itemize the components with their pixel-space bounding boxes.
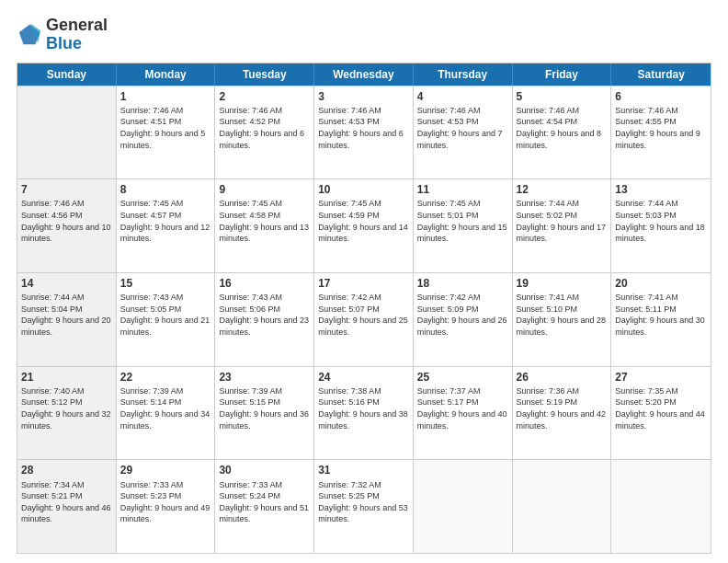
day-info: Sunrise: 7:45 AMSunset: 4:58 PMDaylight:… [219, 198, 310, 244]
day-number: 16 [219, 276, 310, 291]
calendar-row-3: 21Sunrise: 7:40 AMSunset: 5:12 PMDayligh… [17, 366, 711, 460]
day-number: 27 [615, 370, 707, 385]
day-info: Sunrise: 7:46 AMSunset: 4:53 PMDaylight:… [417, 105, 508, 151]
calendar-day-1: 1Sunrise: 7:46 AMSunset: 4:51 PMDaylight… [117, 86, 216, 179]
day-number: 25 [417, 370, 508, 385]
calendar-empty-cell [414, 460, 513, 553]
calendar-day-23: 23Sunrise: 7:39 AMSunset: 5:15 PMDayligh… [215, 367, 314, 460]
calendar-day-4: 4Sunrise: 7:46 AMSunset: 4:53 PMDaylight… [414, 86, 513, 179]
day-info: Sunrise: 7:44 AMSunset: 5:02 PMDaylight:… [517, 198, 608, 244]
day-info: Sunrise: 7:43 AMSunset: 5:05 PMDaylight:… [120, 292, 211, 338]
day-number: 29 [120, 463, 211, 477]
calendar-day-28: 28Sunrise: 7:34 AMSunset: 5:21 PMDayligh… [17, 460, 117, 553]
calendar-day-29: 29Sunrise: 7:33 AMSunset: 5:23 PMDayligh… [117, 460, 216, 553]
calendar-day-18: 18Sunrise: 7:42 AMSunset: 5:09 PMDayligh… [414, 273, 513, 366]
day-number: 1 [120, 89, 211, 104]
calendar-day-26: 26Sunrise: 7:36 AMSunset: 5:19 PMDayligh… [513, 367, 612, 460]
day-info: Sunrise: 7:46 AMSunset: 4:55 PMDaylight:… [615, 105, 707, 151]
day-number: 23 [219, 370, 310, 385]
calendar-day-10: 10Sunrise: 7:45 AMSunset: 4:59 PMDayligh… [314, 179, 414, 272]
calendar-empty-cell [17, 86, 117, 179]
day-info: Sunrise: 7:33 AMSunset: 5:23 PMDaylight:… [120, 479, 211, 525]
calendar-day-22: 22Sunrise: 7:39 AMSunset: 5:14 PMDayligh… [117, 367, 216, 460]
weekday-header-tuesday: Tuesday [215, 63, 314, 86]
day-number: 2 [219, 89, 310, 104]
day-info: Sunrise: 7:37 AMSunset: 5:17 PMDaylight:… [417, 385, 508, 431]
weekday-header-saturday: Saturday [611, 63, 711, 86]
calendar-day-17: 17Sunrise: 7:42 AMSunset: 5:07 PMDayligh… [314, 273, 414, 366]
day-info: Sunrise: 7:34 AMSunset: 5:21 PMDaylight:… [21, 479, 112, 525]
calendar-day-24: 24Sunrise: 7:38 AMSunset: 5:16 PMDayligh… [314, 367, 414, 460]
weekday-header-sunday: Sunday [17, 63, 117, 86]
day-info: Sunrise: 7:46 AMSunset: 4:51 PMDaylight:… [120, 105, 211, 151]
day-info: Sunrise: 7:39 AMSunset: 5:15 PMDaylight:… [219, 385, 310, 431]
calendar-empty-cell [611, 460, 711, 553]
day-number: 6 [615, 89, 707, 104]
calendar-day-9: 9Sunrise: 7:45 AMSunset: 4:58 PMDaylight… [215, 179, 314, 272]
day-info: Sunrise: 7:41 AMSunset: 5:10 PMDaylight:… [517, 292, 608, 338]
calendar-row-1: 7Sunrise: 7:46 AMSunset: 4:56 PMDaylight… [17, 178, 711, 272]
calendar-day-3: 3Sunrise: 7:46 AMSunset: 4:53 PMDaylight… [314, 86, 414, 179]
day-info: Sunrise: 7:35 AMSunset: 5:20 PMDaylight:… [615, 385, 707, 431]
calendar-day-13: 13Sunrise: 7:44 AMSunset: 5:03 PMDayligh… [611, 179, 711, 272]
day-info: Sunrise: 7:45 AMSunset: 4:59 PMDaylight:… [318, 198, 409, 244]
day-info: Sunrise: 7:46 AMSunset: 4:54 PMDaylight:… [517, 105, 608, 151]
weekday-header-friday: Friday [513, 63, 612, 86]
weekday-header-thursday: Thursday [414, 63, 513, 86]
day-number: 19 [517, 276, 608, 291]
day-number: 20 [615, 276, 707, 291]
calendar: SundayMondayTuesdayWednesdayThursdayFrid… [17, 63, 711, 554]
calendar-body: 1Sunrise: 7:46 AMSunset: 4:51 PMDaylight… [17, 86, 711, 553]
day-number: 14 [21, 276, 112, 291]
day-number: 30 [219, 463, 310, 477]
day-info: Sunrise: 7:38 AMSunset: 5:16 PMDaylight:… [318, 385, 409, 431]
day-number: 24 [318, 370, 409, 385]
day-info: Sunrise: 7:44 AMSunset: 5:03 PMDaylight:… [615, 198, 707, 244]
day-info: Sunrise: 7:45 AMSunset: 5:01 PMDaylight:… [417, 198, 508, 244]
day-number: 28 [21, 463, 112, 477]
calendar-row-0: 1Sunrise: 7:46 AMSunset: 4:51 PMDaylight… [17, 86, 711, 179]
logo-blue: Blue [46, 34, 82, 52]
calendar-row-4: 28Sunrise: 7:34 AMSunset: 5:21 PMDayligh… [17, 459, 711, 553]
day-number: 7 [21, 182, 112, 197]
calendar-day-21: 21Sunrise: 7:40 AMSunset: 5:12 PMDayligh… [17, 367, 117, 460]
calendar-day-11: 11Sunrise: 7:45 AMSunset: 5:01 PMDayligh… [414, 179, 513, 272]
calendar-day-6: 6Sunrise: 7:46 AMSunset: 4:55 PMDaylight… [611, 86, 711, 179]
page: General Blue SundayMondayTuesdayWednesda… [0, 0, 728, 563]
calendar-day-20: 20Sunrise: 7:41 AMSunset: 5:11 PMDayligh… [611, 273, 711, 366]
calendar-day-15: 15Sunrise: 7:43 AMSunset: 5:05 PMDayligh… [117, 273, 216, 366]
calendar-day-25: 25Sunrise: 7:37 AMSunset: 5:17 PMDayligh… [414, 367, 513, 460]
logo-general: General [46, 16, 108, 34]
logo-text: General Blue [46, 17, 108, 53]
calendar-day-5: 5Sunrise: 7:46 AMSunset: 4:54 PMDaylight… [513, 86, 612, 179]
day-info: Sunrise: 7:36 AMSunset: 5:19 PMDaylight:… [517, 385, 608, 431]
day-number: 9 [219, 182, 310, 197]
calendar-day-16: 16Sunrise: 7:43 AMSunset: 5:06 PMDayligh… [215, 273, 314, 366]
header: General Blue [17, 17, 711, 53]
day-info: Sunrise: 7:39 AMSunset: 5:14 PMDaylight:… [120, 385, 211, 431]
calendar-day-19: 19Sunrise: 7:41 AMSunset: 5:10 PMDayligh… [513, 273, 612, 366]
day-number: 4 [417, 89, 508, 104]
day-info: Sunrise: 7:32 AMSunset: 5:25 PMDaylight:… [318, 479, 409, 525]
calendar-day-31: 31Sunrise: 7:32 AMSunset: 5:25 PMDayligh… [314, 460, 414, 553]
calendar-empty-cell [513, 460, 612, 553]
day-info: Sunrise: 7:44 AMSunset: 5:04 PMDaylight:… [21, 292, 112, 338]
day-info: Sunrise: 7:46 AMSunset: 4:56 PMDaylight:… [21, 198, 112, 244]
day-number: 8 [120, 182, 211, 197]
calendar-day-7: 7Sunrise: 7:46 AMSunset: 4:56 PMDaylight… [17, 179, 117, 272]
day-info: Sunrise: 7:43 AMSunset: 5:06 PMDaylight:… [219, 292, 310, 338]
weekday-header-wednesday: Wednesday [314, 63, 414, 86]
calendar-header: SundayMondayTuesdayWednesdayThursdayFrid… [17, 63, 711, 86]
day-number: 18 [417, 276, 508, 291]
day-number: 5 [517, 89, 608, 104]
day-number: 12 [517, 182, 608, 197]
day-number: 10 [318, 182, 409, 197]
day-info: Sunrise: 7:33 AMSunset: 5:24 PMDaylight:… [219, 479, 310, 525]
day-number: 21 [21, 370, 112, 385]
day-number: 22 [120, 370, 211, 385]
calendar-row-2: 14Sunrise: 7:44 AMSunset: 5:04 PMDayligh… [17, 272, 711, 366]
day-number: 3 [318, 89, 409, 104]
day-info: Sunrise: 7:40 AMSunset: 5:12 PMDaylight:… [21, 385, 112, 431]
weekday-header-monday: Monday [117, 63, 216, 86]
day-number: 11 [417, 182, 508, 197]
